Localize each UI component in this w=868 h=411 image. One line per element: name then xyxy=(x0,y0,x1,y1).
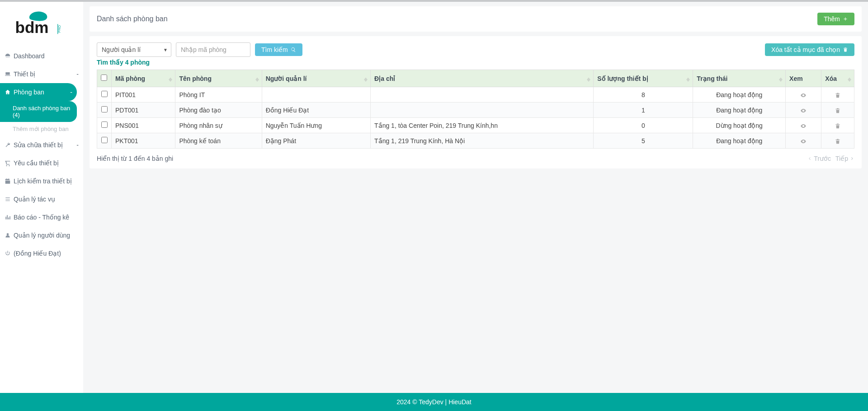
sidebar-item-label: Thiết bị xyxy=(14,70,35,78)
user-icon xyxy=(5,232,11,238)
rooms-table: Mã phòng Tên phòng Người quản lí Địa chỉ… xyxy=(97,70,854,149)
delete-icon[interactable] xyxy=(835,91,841,98)
table-footer: Hiển thị từ 1 đến 4 bản ghi Trước Tiếp xyxy=(97,155,854,162)
manager-select[interactable]: Người quản lí ▼ xyxy=(97,42,171,57)
pager-next-label: Tiếp xyxy=(835,155,848,162)
cell-manager xyxy=(262,87,370,103)
table-row: PDT001Phòng đào tạoĐồng Hiếu Đạt1Đang ho… xyxy=(97,103,854,118)
cart-icon xyxy=(5,160,11,166)
sidebar-subitem-0[interactable]: Danh sách phòng ban (4) xyxy=(0,101,77,122)
dashboard-icon xyxy=(5,53,11,59)
sidebar-item-5[interactable]: Lịch kiểm tra thiết bị xyxy=(0,172,83,190)
sidebar-item-label: (Đồng Hiếu Đạt) xyxy=(14,250,61,257)
sidebar-item-label: Phòng ban xyxy=(14,89,44,96)
pager-prev[interactable]: Trước xyxy=(807,155,831,162)
add-button[interactable]: Thêm xyxy=(817,13,854,25)
cell-status: Đang hoạt động xyxy=(693,87,786,103)
view-icon[interactable] xyxy=(800,121,807,129)
barchart-icon xyxy=(5,214,11,220)
filter-bar: Người quản lí ▼ Tìm kiếm Xóa tất cả mục … xyxy=(97,42,854,57)
page-title: Danh sách phòng ban xyxy=(97,15,168,23)
power-icon xyxy=(5,250,11,257)
header-status[interactable]: Trạng thái xyxy=(693,70,786,87)
chevron-right-icon xyxy=(850,156,854,161)
sidebar-item-label: Quản lý tác vụ xyxy=(14,196,55,203)
pager-next[interactable]: Tiếp xyxy=(835,155,854,162)
delete-selected-button[interactable]: Xóa tất cả mục đã chọn xyxy=(765,43,854,56)
delete-icon[interactable] xyxy=(835,121,841,129)
cell-code: PKT001 xyxy=(112,133,175,149)
header-checkbox-cell xyxy=(97,70,112,87)
add-button-label: Thêm xyxy=(824,15,840,23)
row-checkbox[interactable] xyxy=(101,91,108,97)
cell-manager: Đặng Phát xyxy=(262,133,370,149)
cell-count: 0 xyxy=(594,118,693,133)
manager-select-label: Người quản lí xyxy=(102,46,141,53)
wrench-icon xyxy=(5,142,11,148)
sidebar-item-8[interactable]: Quản lý người dùng xyxy=(0,226,83,244)
sidebar-submenu: Danh sách phòng ban (4)Thêm mới phòng ba… xyxy=(0,101,83,136)
view-icon[interactable] xyxy=(800,106,807,113)
sidebar-item-6[interactable]: Quản lý tác vụ xyxy=(0,190,83,208)
sidebar-nav: DashboardThiết bị-Phòng ban-Danh sách ph… xyxy=(0,47,83,262)
sidebar-item-4[interactable]: Yêu cầu thiết bị xyxy=(0,154,83,172)
cell-count: 5 xyxy=(594,133,693,149)
delete-icon[interactable] xyxy=(835,137,841,144)
cell-status: Dừng hoạt động xyxy=(693,118,786,133)
svg-text:bdm: bdm xyxy=(15,18,49,36)
header-device-count[interactable]: Số lượng thiết bị xyxy=(594,70,693,87)
results-count: Tìm thấy 4 phòng xyxy=(97,59,854,66)
home-icon xyxy=(5,89,11,95)
search-button-label: Tìm kiếm xyxy=(261,46,288,53)
header-code[interactable]: Mã phòng xyxy=(112,70,175,87)
table-row: PKT001Phòng kế toánĐặng PhátTầng 1, 219 … xyxy=(97,133,854,149)
cell-code: PDT001 xyxy=(112,103,175,118)
calendar-icon xyxy=(5,178,11,184)
sidebar-item-2[interactable]: Phòng ban- xyxy=(0,83,77,101)
cell-address xyxy=(371,87,594,103)
sidebar: bdm PRO DashboardThiết bị-Phòng ban-Danh… xyxy=(0,2,83,393)
header-delete[interactable]: Xóa xyxy=(821,70,854,87)
list-icon xyxy=(5,196,11,202)
sidebar-item-1[interactable]: Thiết bị- xyxy=(0,65,83,83)
cell-code: PIT001 xyxy=(112,87,175,103)
svg-text:PRO: PRO xyxy=(57,25,61,33)
header-manager[interactable]: Người quản lí xyxy=(262,70,370,87)
cell-status: Đang hoạt động xyxy=(693,133,786,149)
sidebar-item-0[interactable]: Dashboard xyxy=(0,47,83,65)
sidebar-item-3[interactable]: Sửa chữa thiết bị- xyxy=(0,136,83,154)
sidebar-item-label: Yêu cầu thiết bị xyxy=(14,159,59,167)
pagination: Trước Tiếp xyxy=(807,155,854,162)
sidebar-item-9[interactable]: (Đồng Hiếu Đạt) xyxy=(0,244,83,262)
sidebar-subitem-1[interactable]: Thêm mới phòng ban xyxy=(0,122,83,136)
row-checkbox[interactable] xyxy=(101,137,108,143)
header-view: Xem xyxy=(786,70,821,87)
table-row: PNS001Phòng nhân sựNguyễn Tuấn HưngTầng … xyxy=(97,118,854,133)
footer-text: 2024 © TedyDev | HieuDat xyxy=(396,398,471,406)
select-all-checkbox[interactable] xyxy=(101,75,107,81)
page-footer: 2024 © TedyDev | HieuDat xyxy=(0,393,868,411)
search-button[interactable]: Tìm kiếm xyxy=(255,43,302,56)
table-info: Hiển thị từ 1 đến 4 bản ghi xyxy=(97,155,173,162)
view-icon[interactable] xyxy=(800,137,807,144)
page-header: Danh sách phòng ban Thêm xyxy=(90,6,862,32)
search-icon xyxy=(291,47,296,52)
header-address[interactable]: Địa chỉ xyxy=(371,70,594,87)
view-icon[interactable] xyxy=(800,91,807,98)
row-checkbox[interactable] xyxy=(101,106,108,112)
sidebar-item-7[interactable]: Báo cáo - Thống kê xyxy=(0,208,83,226)
cell-count: 1 xyxy=(594,103,693,118)
cell-name: Phòng IT xyxy=(175,87,262,103)
delete-icon[interactable] xyxy=(835,106,841,113)
room-code-input[interactable] xyxy=(176,42,250,57)
table-row: PIT001Phòng IT8Đang hoạt động xyxy=(97,87,854,103)
cell-count: 8 xyxy=(594,87,693,103)
caret-icon: - xyxy=(70,89,72,96)
cell-manager: Nguyễn Tuấn Hưng xyxy=(262,118,370,133)
trash-icon xyxy=(843,47,848,52)
chevron-left-icon xyxy=(807,156,812,161)
sidebar-item-label: Báo cáo - Thống kê xyxy=(14,214,69,221)
cell-address xyxy=(371,103,594,118)
row-checkbox[interactable] xyxy=(101,121,108,128)
header-name[interactable]: Tên phòng xyxy=(175,70,262,87)
